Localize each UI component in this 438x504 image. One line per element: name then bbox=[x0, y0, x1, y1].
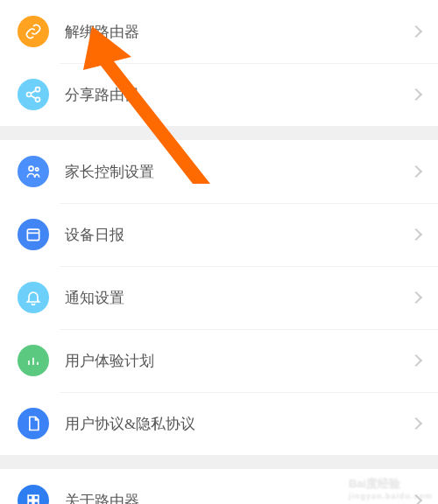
settings-group: 关于路由器 bbox=[0, 469, 438, 504]
row-share-router[interactable]: 分享路由器 bbox=[0, 63, 438, 126]
share-icon bbox=[18, 79, 49, 110]
svg-point-3 bbox=[29, 166, 33, 171]
svg-point-1 bbox=[27, 93, 32, 97]
chevron-right-icon bbox=[410, 354, 422, 367]
svg-rect-6 bbox=[28, 495, 32, 500]
grid-icon bbox=[18, 485, 49, 504]
chevron-right-icon bbox=[410, 25, 422, 38]
chevron-right-icon bbox=[410, 165, 422, 178]
row-label: 分享路由器 bbox=[65, 85, 412, 105]
chevron-right-icon bbox=[410, 291, 422, 304]
row-agreement[interactable]: 用户协议&隐私协议 bbox=[0, 392, 438, 455]
row-about[interactable]: 关于路由器 bbox=[0, 469, 438, 504]
row-label: 家长控制设置 bbox=[65, 162, 412, 182]
settings-group: 解绑路由器 分享路由器 bbox=[0, 0, 438, 126]
row-label: 解绑路由器 bbox=[65, 22, 412, 42]
settings-page: 解绑路由器 分享路由器 家长控制设置 设备日报 bbox=[0, 0, 438, 504]
chevron-right-icon bbox=[410, 417, 422, 430]
svg-point-2 bbox=[36, 97, 40, 102]
svg-point-4 bbox=[36, 168, 39, 171]
row-notify[interactable]: 通知设置 bbox=[0, 266, 438, 329]
row-parental[interactable]: 家长控制设置 bbox=[0, 140, 438, 203]
settings-group: 家长控制设置 设备日报 通知设置 用户体验计划 bbox=[0, 140, 438, 455]
chevron-right-icon bbox=[410, 228, 422, 241]
svg-point-0 bbox=[36, 88, 40, 92]
svg-rect-7 bbox=[34, 495, 39, 500]
row-label: 用户体验计划 bbox=[65, 351, 412, 371]
calendar-icon bbox=[18, 219, 49, 250]
parent-icon bbox=[18, 156, 49, 187]
row-daily[interactable]: 设备日报 bbox=[0, 203, 438, 266]
row-unbind-router[interactable]: 解绑路由器 bbox=[0, 0, 438, 63]
chart-icon bbox=[18, 345, 49, 376]
bell-icon bbox=[18, 282, 49, 313]
row-label: 用户协议&隐私协议 bbox=[65, 414, 412, 434]
chevron-right-icon bbox=[410, 494, 422, 504]
row-label: 设备日报 bbox=[65, 225, 412, 245]
svg-rect-5 bbox=[27, 229, 39, 241]
row-label: 通知设置 bbox=[65, 288, 412, 308]
row-ux-plan[interactable]: 用户体验计划 bbox=[0, 329, 438, 392]
row-label: 关于路由器 bbox=[65, 491, 412, 505]
chevron-right-icon bbox=[410, 88, 422, 101]
link-icon bbox=[18, 16, 49, 47]
document-icon bbox=[18, 408, 49, 439]
